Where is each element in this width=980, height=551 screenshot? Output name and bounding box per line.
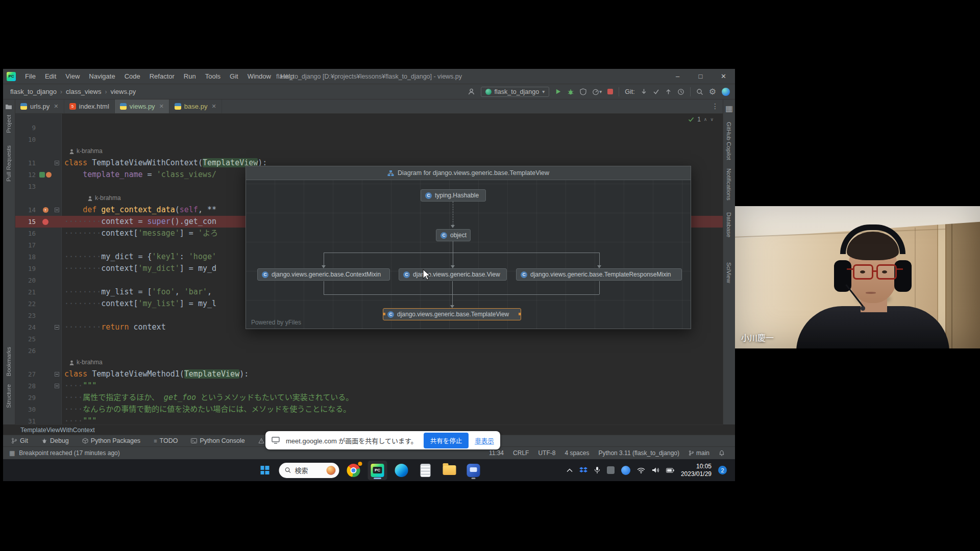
tab-views-py[interactable]: views.py ✕: [115, 99, 169, 113]
menu-code[interactable]: Code: [120, 69, 145, 84]
stop-button[interactable]: [607, 89, 613, 94]
dropbox-icon[interactable]: [579, 467, 587, 474]
project-folder-icon[interactable]: [5, 104, 12, 110]
search-everywhere-icon[interactable]: [696, 88, 703, 95]
camera-active-icon[interactable]: [621, 466, 630, 475]
hide-sharing-bar-link[interactable]: 非表示: [475, 436, 494, 445]
sidebar-item-github-copilot[interactable]: GitHub Copilot: [726, 122, 732, 160]
history-button[interactable]: [677, 88, 684, 95]
copilot-status-icon[interactable]: [722, 88, 730, 96]
sidebar-item-bookmarks[interactable]: Bookmarks: [6, 347, 12, 377]
notification-count-badge[interactable]: 2: [718, 466, 727, 474]
breadcrumb-project[interactable]: flask_to_django: [10, 88, 57, 95]
sidebar-item-structure[interactable]: Structure: [6, 384, 12, 408]
close-icon[interactable]: ✕: [54, 103, 58, 110]
settings-gear-icon[interactable]: ⚙: [709, 88, 716, 96]
tab-base-py[interactable]: base.py ✕: [169, 99, 222, 113]
diagram-node-templateresponsemixin[interactable]: django.views.generic.base.TemplateRespon…: [516, 268, 682, 281]
sidebar-item-project[interactable]: Project: [6, 115, 12, 133]
user-icon[interactable]: [468, 88, 475, 95]
toolwindow-debug[interactable]: Debug: [41, 437, 69, 444]
close-icon[interactable]: ✕: [211, 103, 216, 110]
notifications-bell-icon[interactable]: [719, 450, 725, 457]
fold-marker[interactable]: [55, 161, 59, 165]
author-name[interactable]: k-brahma: [77, 357, 103, 368]
uml-diagram-popup[interactable]: Diagram for django.views.generic.base.Te…: [246, 166, 691, 329]
diagram-node-object[interactable]: object: [436, 229, 471, 241]
stop-sharing-button[interactable]: 共有を停止: [424, 433, 469, 448]
start-button[interactable]: [255, 461, 275, 480]
menu-tools[interactable]: Tools: [201, 69, 225, 84]
tray-app-icon[interactable]: [607, 466, 615, 474]
file-encoding[interactable]: UTF-8: [538, 449, 555, 457]
indent-style[interactable]: 4 spaces: [565, 449, 589, 457]
kebab-menu-icon[interactable]: ⋮: [712, 102, 719, 110]
menu-view[interactable]: View: [61, 69, 84, 84]
update-project-button[interactable]: [641, 88, 647, 95]
author-name[interactable]: k-brahma: [95, 192, 121, 204]
grid-icon[interactable]: ▦: [725, 104, 733, 113]
run-config-selector[interactable]: flask_to_django ▾: [481, 87, 550, 97]
close-button[interactable]: ✕: [712, 69, 735, 84]
toolwindow-git[interactable]: Git: [11, 437, 28, 444]
menu-file[interactable]: File: [20, 69, 40, 84]
toolwindow-switcher-icon[interactable]: ▦: [9, 449, 15, 457]
menu-window[interactable]: Window: [243, 69, 276, 84]
toolwindow-python-packages[interactable]: Python Packages: [82, 437, 140, 444]
tab-urls-py[interactable]: urls.py ✕: [15, 99, 64, 113]
minimize-button[interactable]: –: [666, 69, 689, 84]
microphone-icon[interactable]: [594, 466, 600, 474]
diagram-node-hashable[interactable]: typing.Hashable: [421, 189, 486, 202]
git-branch-widget[interactable]: main: [689, 449, 709, 457]
debug-button[interactable]: [567, 88, 574, 95]
diagram-node-contextmixin[interactable]: django.views.generic.base.ContextMixin: [257, 268, 390, 281]
sidebar-item-database[interactable]: Database: [726, 212, 732, 237]
coverage-button[interactable]: [580, 88, 586, 95]
author-name[interactable]: k-brahma: [77, 145, 103, 157]
taskbar-search-box[interactable]: 検索: [279, 463, 339, 478]
caret-position[interactable]: 11:34: [489, 449, 504, 457]
taskbar-app-screenshare[interactable]: [464, 461, 483, 480]
taskbar-app-explorer[interactable]: [440, 461, 459, 480]
battery-icon[interactable]: [666, 468, 674, 473]
menu-run[interactable]: Run: [179, 69, 201, 84]
gutter-marker-icon[interactable]: [46, 172, 52, 178]
template-gutter-icon[interactable]: [39, 172, 45, 178]
menu-refactor[interactable]: Refactor: [145, 69, 179, 84]
taskbar-app-chrome[interactable]: [344, 461, 363, 480]
chevron-down-icon[interactable]: ∨: [710, 117, 714, 122]
taskbar-clock[interactable]: 10:05 2023/01/29: [681, 463, 712, 478]
menu-navigate[interactable]: Navigate: [84, 69, 119, 84]
override-gutter-icon[interactable]: ↑: [43, 207, 48, 213]
diagram-node-view[interactable]: django.views.generic.base.View: [399, 268, 507, 281]
chevron-up-icon[interactable]: ∧: [704, 117, 707, 122]
diagram-node-templateview[interactable]: django.views.generic.base.TemplateView: [383, 308, 521, 320]
sidebar-item-pull-requests[interactable]: Pull Requests: [6, 145, 12, 182]
commit-button[interactable]: [653, 88, 659, 95]
toolwindow-python-console[interactable]: Python Console: [191, 437, 244, 444]
taskbar-app-edge[interactable]: [392, 461, 411, 480]
breadcrumb-file[interactable]: views.py: [110, 88, 136, 95]
tab-index-html[interactable]: 5 index.html: [64, 99, 115, 113]
fold-marker[interactable]: [55, 208, 59, 212]
push-button[interactable]: [665, 88, 672, 95]
taskbar-app-pycharm[interactable]: PC: [368, 461, 387, 480]
breakpoint-dot[interactable]: [42, 219, 48, 225]
diagram-canvas[interactable]: typing.Hashable object django.views.gene…: [246, 180, 691, 329]
run-button[interactable]: [555, 88, 561, 95]
python-interpreter[interactable]: Python 3.11 (flask_to_django): [598, 449, 679, 457]
close-icon[interactable]: ✕: [159, 103, 164, 110]
fold-marker[interactable]: [55, 384, 59, 388]
line-separator[interactable]: CRLF: [513, 449, 529, 457]
menu-edit[interactable]: Edit: [40, 69, 61, 84]
toolwindow-todo[interactable]: ≡ TODO: [154, 437, 178, 444]
sidebar-item-notifications[interactable]: Notifications: [726, 168, 732, 201]
breadcrumb-package[interactable]: class_views: [66, 88, 101, 95]
tray-chevron-icon[interactable]: [567, 468, 573, 472]
taskbar-app-notepad[interactable]: [416, 461, 435, 480]
wifi-icon[interactable]: [637, 467, 645, 473]
fold-marker[interactable]: [55, 325, 59, 330]
sidebar-item-sciview[interactable]: SciView: [726, 262, 732, 283]
menu-git[interactable]: Git: [225, 69, 243, 84]
fold-marker[interactable]: [55, 372, 59, 377]
